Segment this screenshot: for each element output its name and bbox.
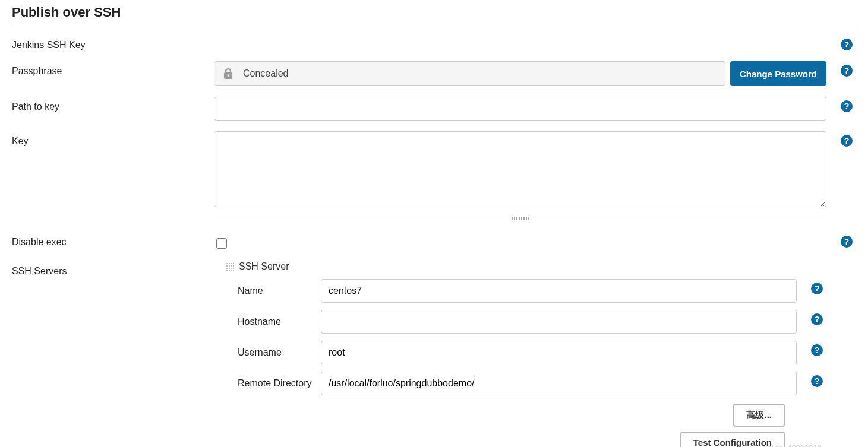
- label-server-name: Name: [226, 286, 321, 296]
- server-buttons: 高级... Test Configuration weixin_40990818: [226, 404, 826, 447]
- label-ssh-servers: SSH Servers: [12, 261, 214, 277]
- disable-exec-checkbox[interactable]: [216, 238, 227, 249]
- server-username-input[interactable]: [321, 341, 797, 364]
- svg-rect-2: [228, 75, 228, 77]
- label-passphrase: Passphrase: [12, 61, 214, 77]
- label-disable-exec: Disable exec: [12, 232, 214, 248]
- row-disable-exec: Disable exec ?: [12, 232, 856, 251]
- label-path-to-key: Path to key: [12, 97, 214, 112]
- help-icon[interactable]: ?: [811, 283, 823, 294]
- server-row-username: Username ?: [226, 341, 826, 364]
- label-jenkins-ssh-key: Jenkins SSH Key: [12, 35, 214, 50]
- test-configuration-button[interactable]: Test Configuration: [680, 432, 785, 447]
- passphrase-concealed-text: Concealed: [243, 68, 289, 79]
- row-jenkins-ssh-key: Jenkins SSH Key ?: [12, 35, 856, 50]
- ssh-server-header: SSH Server: [226, 261, 826, 272]
- help-icon[interactable]: ?: [811, 344, 823, 356]
- server-row-hostname: Hostname ?: [226, 310, 826, 334]
- help-icon[interactable]: ?: [811, 313, 823, 325]
- row-key: Key ?: [12, 131, 856, 207]
- help-icon[interactable]: ?: [841, 100, 853, 112]
- help-icon[interactable]: ?: [841, 39, 853, 50]
- help-icon[interactable]: ?: [841, 236, 853, 248]
- row-path-to-key: Path to key ?: [12, 97, 856, 121]
- help-icon[interactable]: ?: [841, 135, 853, 147]
- help-icon[interactable]: ?: [841, 65, 853, 77]
- ssh-server-title: SSH Server: [239, 261, 289, 272]
- row-ssh-servers: SSH Servers SSH Server Name ? Hostname ?: [12, 261, 856, 447]
- help-icon[interactable]: ?: [811, 375, 823, 387]
- lock-icon: [223, 68, 233, 80]
- server-remote-dir-input[interactable]: [321, 372, 797, 395]
- label-server-username: Username: [226, 347, 321, 358]
- server-hostname-input[interactable]: [321, 310, 797, 334]
- change-password-button[interactable]: Change Password: [730, 61, 826, 86]
- textarea-grip[interactable]: [214, 218, 856, 221]
- label-server-hostname: Hostname: [226, 316, 321, 327]
- path-to-key-input[interactable]: [214, 97, 826, 121]
- server-row-remote-dir: Remote Directory ?: [226, 372, 826, 395]
- drag-handle-icon[interactable]: [226, 262, 234, 271]
- server-name-input[interactable]: [321, 279, 797, 303]
- key-textarea[interactable]: [214, 131, 826, 207]
- label-server-remote-dir: Remote Directory: [226, 378, 321, 389]
- label-key: Key: [12, 131, 214, 147]
- server-row-name: Name ?: [226, 279, 826, 303]
- row-passphrase: Passphrase Concealed Change Password ?: [12, 61, 856, 86]
- advanced-button[interactable]: 高级...: [733, 404, 785, 427]
- ssh-server-block: SSH Server Name ? Hostname ? Username ?: [226, 261, 826, 447]
- section-title: Publish over SSH: [12, 5, 856, 20]
- section-divider: [12, 24, 856, 24]
- passphrase-concealed-field: Concealed: [214, 61, 725, 86]
